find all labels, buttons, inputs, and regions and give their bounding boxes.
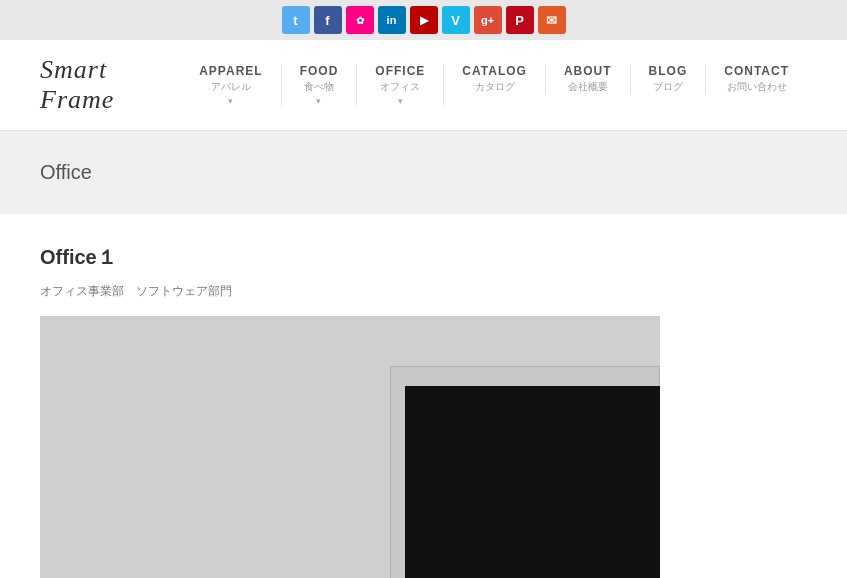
youtube-icon[interactable]: ▶ <box>410 6 438 34</box>
nav-item-catalog[interactable]: CATALOG カタログ <box>444 64 546 94</box>
gplus-icon[interactable]: g+ <box>474 6 502 34</box>
nav-label-apparel-jp: アパレル <box>199 80 262 94</box>
email-icon[interactable]: ✉ <box>538 6 566 34</box>
nav-item-blog[interactable]: BLOG ブログ <box>631 64 707 94</box>
flickr-icon[interactable]: ✿ <box>346 6 374 34</box>
chevron-down-icon: ▾ <box>300 96 339 106</box>
nav-item-apparel[interactable]: APPAREL アパレル ▾ <box>181 64 281 106</box>
nav-item-food[interactable]: FOOD 食べ物 ▾ <box>282 64 358 106</box>
pinterest-icon[interactable]: P <box>506 6 534 34</box>
nav-label-food-en: FOOD <box>300 64 339 78</box>
nav-label-office-en: OFFICE <box>375 64 425 78</box>
social-bar: t f ✿ in ▶ V g+ P ✉ <box>0 0 847 40</box>
nav-label-blog-en: BLOG <box>649 64 688 78</box>
monitor-screen <box>405 386 660 578</box>
nav-label-contact-jp: お問い合わせ <box>724 80 789 94</box>
vimeo-icon[interactable]: V <box>442 6 470 34</box>
nav-label-contact-en: CONTACT <box>724 64 789 78</box>
header: Smart Frame APPAREL アパレル ▾ FOOD 食べ物 ▾ OF… <box>0 40 847 131</box>
nav-item-office[interactable]: OFFICE オフィス ▾ <box>357 64 444 106</box>
twitter-icon[interactable]: t <box>282 6 310 34</box>
facebook-icon[interactable]: f <box>314 6 342 34</box>
article-subtitle: オフィス事業部 ソフトウェア部門 <box>40 283 720 300</box>
site-logo[interactable]: Smart Frame <box>40 55 181 115</box>
chevron-down-icon: ▾ <box>199 96 262 106</box>
nav-label-apparel-en: APPAREL <box>199 64 262 78</box>
nav-label-catalog-en: CATALOG <box>462 64 527 78</box>
nav-item-about[interactable]: ABOUT 会社概要 <box>546 64 631 94</box>
linkedin-icon[interactable]: in <box>378 6 406 34</box>
nav-label-about-jp: 会社概要 <box>564 80 612 94</box>
nav-label-food-jp: 食べ物 <box>300 80 339 94</box>
main-nav: APPAREL アパレル ▾ FOOD 食べ物 ▾ OFFICE オフィス ▾ … <box>181 64 807 106</box>
article-image <box>40 316 660 578</box>
nav-label-office-jp: オフィス <box>375 80 425 94</box>
nav-label-catalog-jp: カタログ <box>462 80 527 94</box>
nav-item-contact[interactable]: CONTACT お問い合わせ <box>706 64 807 94</box>
chevron-down-icon: ▾ <box>375 96 425 106</box>
nav-label-about-en: ABOUT <box>564 64 612 78</box>
content-area: Office１ オフィス事業部 ソフトウェア部門 <box>0 234 760 578</box>
article-title: Office１ <box>40 244 720 271</box>
nav-label-blog-jp: ブログ <box>649 80 688 94</box>
page-title: Office <box>40 161 807 184</box>
page-title-bar: Office <box>0 131 847 214</box>
